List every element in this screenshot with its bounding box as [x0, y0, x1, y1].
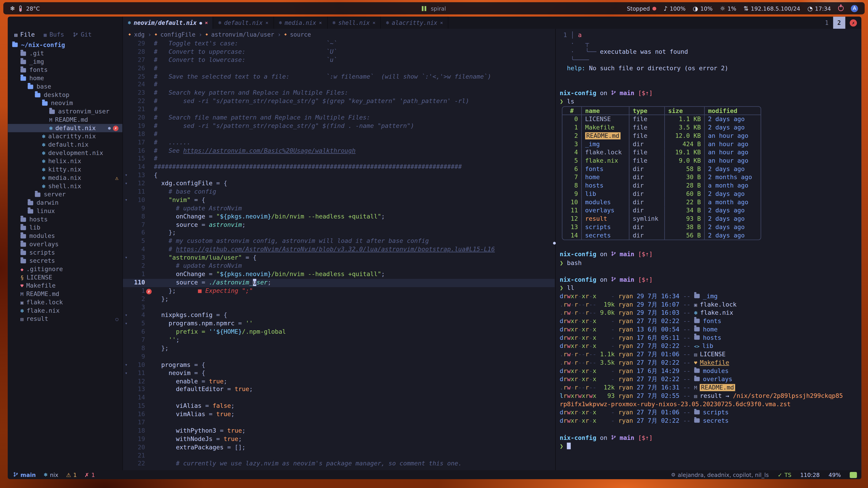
- code-line[interactable]: 1 onChange = "${pkgs.neovim}/bin/nvim --…: [123, 270, 555, 279]
- code-line[interactable]: 15#: [123, 155, 555, 163]
- code-line[interactable]: 20# Search file name pattern and Replace…: [123, 114, 555, 122]
- tray-a-icon[interactable]: A: [851, 5, 858, 12]
- tree-item[interactable]: ▤result○: [8, 315, 122, 323]
- tree-item[interactable]: MREADME.md: [8, 116, 122, 124]
- code-line[interactable]: 24#: [123, 81, 555, 89]
- code-line[interactable]: 4 # https://github.com/AstroNvim/AstroNv…: [123, 246, 555, 254]
- tree-item[interactable]: modules: [8, 232, 122, 240]
- editor-tab[interactable]: ❄neovim/default.nix●×: [123, 17, 213, 29]
- tree-item[interactable]: _img: [8, 58, 122, 66]
- tree-item[interactable]: ❄alacritty.nix: [8, 132, 122, 140]
- code-line[interactable]: 2 };: [123, 295, 555, 303]
- tree-item[interactable]: .git: [8, 49, 122, 58]
- code-line[interactable]: 11 # base config: [123, 188, 555, 196]
- code-line[interactable]: 14: [123, 394, 555, 402]
- code-line[interactable]: 13 defaultEditor = true;: [123, 386, 555, 394]
- code-line[interactable]: 25# Save the selected text to a file: `:…: [123, 73, 555, 81]
- code-line[interactable]: 15 viAlias = false;: [123, 402, 555, 411]
- code-line[interactable]: 26#: [123, 65, 555, 73]
- git-branch[interactable]: main: [13, 471, 36, 478]
- sidebar-source-tab-git[interactable]: Git: [73, 31, 92, 38]
- code-line[interactable]: 23# Search key pattern and Replace in Mu…: [123, 89, 555, 97]
- tree-item[interactable]: fonts: [8, 66, 122, 74]
- tree-item[interactable]: ❄default.nix: [8, 140, 122, 149]
- tree-item[interactable]: linux: [8, 207, 122, 215]
- editor-tab[interactable]: ❄default.nix×: [213, 17, 274, 29]
- code-line[interactable]: ▾13{: [123, 172, 555, 180]
- code-line[interactable]: ▾12 xdg.configFile = {: [123, 180, 555, 188]
- tree-item[interactable]: neovim: [8, 99, 122, 107]
- tree-item[interactable]: secrets: [8, 257, 122, 265]
- editor-tab[interactable]: ❄shell.nix×: [328, 17, 381, 29]
- editor-tab[interactable]: ❄alacritty.nix×: [381, 17, 449, 29]
- tabpage-close-icon[interactable]: ✗: [850, 19, 857, 26]
- tabpage-indicator-2[interactable]: 2: [833, 17, 845, 29]
- volume-indicator[interactable]: ♪100%: [664, 5, 686, 12]
- code-line[interactable]: 7 '';: [123, 336, 555, 345]
- tree-item[interactable]: base: [8, 83, 122, 91]
- code-line[interactable]: ▾3 "astronvim/lua/user" = {: [123, 254, 555, 262]
- code-line[interactable]: 18#: [123, 130, 555, 138]
- code-line[interactable]: 21#: [123, 106, 555, 114]
- code-line[interactable]: 6 prefix = ''${HOME}/.npm-global: [123, 328, 555, 336]
- tree-item[interactable]: ❄default.nix●✗: [8, 124, 122, 132]
- tree-root[interactable]: ~/nix-config: [8, 40, 122, 49]
- code-line[interactable]: 12 enable = true;: [123, 378, 555, 386]
- code-line[interactable]: 18 withPython3 = true;: [123, 427, 555, 435]
- tree-item[interactable]: ▣flake.lock: [8, 298, 122, 306]
- code-line[interactable]: ▾5 programs.npm.npmrc = '': [123, 320, 555, 328]
- code-line[interactable]: 2 # update AstroNvim: [123, 262, 555, 270]
- code-line[interactable]: 29# Toggle text's case: `~`: [123, 40, 555, 48]
- brightness-indicator[interactable]: ☼1%: [720, 5, 736, 12]
- code-line[interactable]: 3: [123, 303, 555, 312]
- code-line[interactable]: 22# sed -ri "s/pattern_str/replace_str/g…: [123, 98, 555, 106]
- tree-item[interactable]: ❄shell.nix: [8, 182, 122, 191]
- tree-item[interactable]: lib: [8, 223, 122, 232]
- code-line[interactable]: 1✗ }; ■ Expecting ";": [123, 287, 555, 295]
- breadcrumb-item[interactable]: configFile: [160, 31, 195, 37]
- tree-item[interactable]: hosts: [8, 215, 122, 224]
- breadcrumb-item[interactable]: xdg: [134, 31, 145, 37]
- code-line[interactable]: 8 onChange = "${pkgs.neovim}/bin/nvim --…: [123, 213, 555, 221]
- code-line[interactable]: 6 };: [123, 229, 555, 237]
- code-line[interactable]: 16# See https://astronvim.com/Basic%20Us…: [123, 147, 555, 155]
- tree-item[interactable]: astronvim_user: [8, 107, 122, 116]
- network-indicator[interactable]: ⇅192.168.5.100/24: [743, 5, 800, 12]
- code-line[interactable]: 19 withNodeJs = true;: [123, 435, 555, 444]
- code-line[interactable]: 27# Convert to lowercase: `u`: [123, 56, 555, 64]
- code-line[interactable]: 17: [123, 419, 555, 427]
- tree-item[interactable]: ◆.gitignore: [8, 265, 122, 273]
- tab-close-icon[interactable]: ×: [373, 20, 375, 25]
- tab-close-icon[interactable]: ×: [205, 20, 208, 25]
- code-line[interactable]: 21: [123, 452, 555, 460]
- code-line[interactable]: 5 # my cusotom astronvim config, astronv…: [123, 238, 555, 246]
- tree-item[interactable]: §LICENSE: [8, 273, 122, 282]
- breadcrumb-item[interactable]: astronvim/lua/user: [211, 31, 274, 37]
- tree-item[interactable]: ❄helix.nix: [8, 157, 122, 166]
- power-icon[interactable]: [838, 5, 844, 11]
- tree-item[interactable]: ❄flake.nix: [8, 306, 122, 315]
- code-line[interactable]: 7 source = astronvim;: [123, 221, 555, 229]
- code-line[interactable]: 110 source = ./astronvim_user;: [123, 279, 555, 287]
- code-line[interactable]: 14######################################…: [123, 163, 555, 171]
- breadcrumb-item[interactable]: source: [290, 31, 311, 37]
- tab-close-icon[interactable]: ×: [440, 20, 443, 25]
- tab-close-icon[interactable]: ×: [319, 20, 322, 25]
- code-line[interactable]: 17# ......: [123, 139, 555, 147]
- sidebar-source-tab-file[interactable]: ▤File: [14, 31, 35, 38]
- code-line[interactable]: 8 };: [123, 345, 555, 353]
- code-line[interactable]: 20 extraPackages = [];: [123, 444, 555, 452]
- tree-item[interactable]: ❄development.nix: [8, 149, 122, 157]
- editor-pane[interactable]: ◆xdg›◆configFile›◆astronvim/lua/user›◆so…: [123, 29, 555, 470]
- code-line[interactable]: ▾10 "nvim" = {: [123, 196, 555, 204]
- code-line[interactable]: 28# Convert to uppercase: `U`: [123, 48, 555, 56]
- code-line[interactable]: 19# sed -ri "s/pattern_str/replace_str/g…: [123, 122, 555, 130]
- tree-item[interactable]: darwin: [8, 199, 122, 207]
- diagnostics-warnings[interactable]: ⚠ 1: [66, 472, 76, 478]
- tab-close-icon[interactable]: ×: [266, 20, 268, 25]
- tabpage-indicator-1[interactable]: 1: [820, 17, 833, 29]
- code-line[interactable]: 16 vimAlias = true;: [123, 411, 555, 419]
- tree-item[interactable]: ❄media.nix⚠: [8, 174, 122, 182]
- terminal-pane[interactable]: 1 │ a · ┬ · ╰── executable was not found…: [555, 29, 861, 470]
- tree-item[interactable]: server: [8, 190, 122, 199]
